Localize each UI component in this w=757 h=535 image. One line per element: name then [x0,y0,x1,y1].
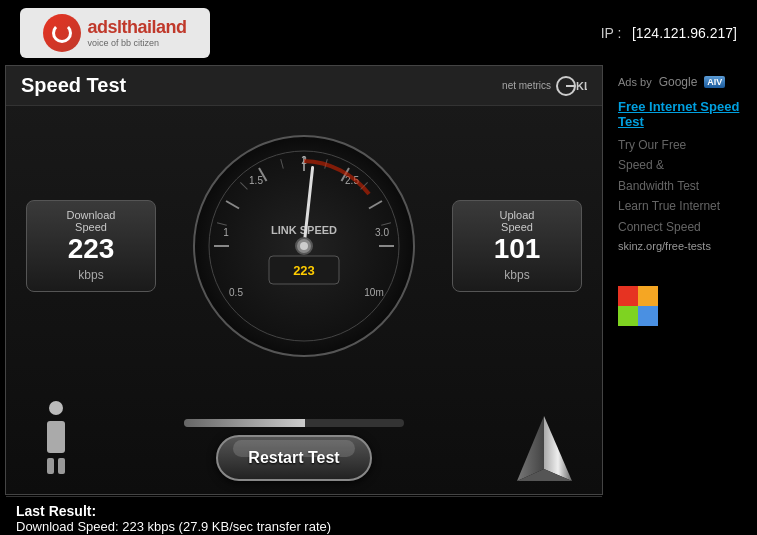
pyramid-svg [512,411,577,486]
logo-main-text: adslthailand [87,17,186,38]
results-title: Last Result: [16,503,592,519]
svg-text:KLA: KLA [576,80,587,92]
logo-circle-inner [52,23,72,43]
ip-value: [124.121.96.217] [632,25,737,41]
svg-text:0.5: 0.5 [229,287,243,298]
logo-area: adslthailand voice of bb citizen [20,8,210,58]
speed-test-title: Speed Test [21,74,126,97]
person-icon [36,401,76,481]
restart-button[interactable]: Restart Test [216,435,371,481]
ookla-logo-svg: KLA [555,75,587,97]
upload-unit: kbps [504,268,529,282]
ads-by-google: Ads by Google AIV [618,75,742,89]
svg-text:1.5: 1.5 [249,175,263,186]
svg-rect-34 [618,286,638,306]
color-badge-svg [618,286,658,326]
results-details: Download Speed: 223 kbps (27.9 KB/sec tr… [16,519,592,535]
sidebar-bottom [618,286,742,330]
sidebar: Ads by Google AIV Free Internet Speed Te… [603,65,757,495]
sidebar-link-5[interactable]: Connect Speed [618,217,742,237]
logo-text-area: adslthailand voice of bb citizen [87,17,186,48]
svg-rect-36 [618,306,638,326]
google-text: Google [659,75,698,89]
progress-fill [184,419,305,427]
logo-box: adslthailand voice of bb citizen [20,8,210,58]
svg-text:1: 1 [223,227,229,238]
svg-text:3.0: 3.0 [375,227,389,238]
gauge-area: DownloadSpeed 223 kbps [6,106,602,386]
sidebar-links: Try Our Free Speed & Bandwidth Test Lear… [618,135,742,256]
ip-area: IP : [124.121.96.217] [601,24,737,42]
bottom-area: Restart Test [6,386,602,496]
main-content: Speed Test net metrics KLA DownloadSpeed… [0,65,757,495]
ookla-brand-area: KLA [555,75,587,97]
gauge-svg: 0.5 1 1.5 2 2.5 3.0 10m LINK SPEED [184,126,424,366]
results-area: Last Result: Download Speed: 223 kbps (2… [6,496,602,535]
upload-value: 101 [469,233,565,265]
sidebar-link-3[interactable]: Bandwidth Test [618,176,742,196]
download-label: DownloadSpeed [43,209,139,233]
download-unit: kbps [78,268,103,282]
logo-circle-icon [43,14,81,52]
pyramid-icon [512,411,572,481]
header: adslthailand voice of bb citizen IP : [1… [0,0,757,65]
svg-rect-35 [638,286,658,306]
sidebar-link-2[interactable]: Speed & [618,155,742,175]
download-value: 223 [43,233,139,265]
restart-area: Restart Test [184,419,404,481]
person-head-icon [49,401,63,415]
upload-label: UploadSpeed [469,209,565,233]
speed-test-panel: Speed Test net metrics KLA DownloadSpeed… [5,65,603,495]
progress-bar [184,419,404,427]
speed-test-header: Speed Test net metrics KLA [6,66,602,106]
gauge-container: 0.5 1 1.5 2 2.5 3.0 10m LINK SPEED [184,126,424,366]
download-box: DownloadSpeed 223 kbps [26,200,156,292]
sidebar-link-4[interactable]: Learn True Internet [618,196,742,216]
ookla-logo: net metrics KLA [502,75,587,97]
adv-badge: AIV [704,76,725,88]
upload-box: UploadSpeed 101 kbps [452,200,582,292]
ads-label: Ads by [618,76,652,88]
sidebar-link-6[interactable]: skinz.org/free-tests [618,237,742,256]
svg-text:223: 223 [293,263,315,278]
svg-text:10m: 10m [364,287,383,298]
ookla-net-text: net metrics [502,80,551,91]
person-legs-icon [47,458,65,474]
person-body-icon [47,421,65,453]
svg-rect-37 [638,306,658,326]
sidebar-promo-title[interactable]: Free Internet Speed Test [618,99,742,129]
download-result: Download Speed: 223 kbps (27.9 KB/sec tr… [16,519,592,534]
ip-label: IP : [601,25,622,41]
logo-sub-text: voice of bb citizen [87,38,186,48]
sidebar-link-1[interactable]: Try Our Free [618,135,742,155]
svg-point-28 [300,242,308,250]
